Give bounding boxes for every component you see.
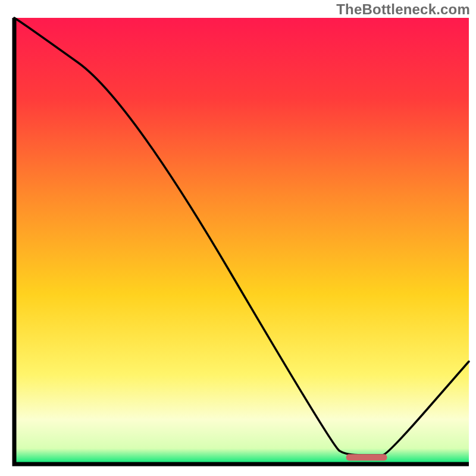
bottleneck-curve-chart [0, 0, 476, 476]
plot-background [14, 18, 469, 464]
optimal-range-marker [346, 454, 387, 461]
chart-container: TheBottleneck.com [0, 0, 476, 476]
watermark-text: TheBottleneck.com [336, 1, 470, 18]
